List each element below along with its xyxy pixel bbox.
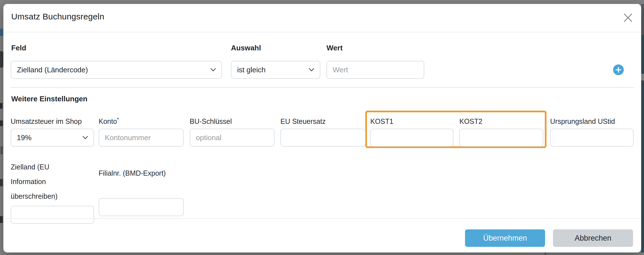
footer-divider <box>3 218 641 219</box>
field-column-label: Feld <box>11 44 26 52</box>
rule-operator-select-value: ist gleich <box>237 66 266 74</box>
field-konto: Konto* <box>99 117 184 147</box>
rule-operator-select[interactable]: ist gleich <box>231 61 320 79</box>
field-filialnr: Filialnr. (BMD-Export) <box>99 160 184 216</box>
close-button[interactable] <box>622 11 634 24</box>
background-page-fragment <box>0 51 3 68</box>
chevron-down-icon <box>210 68 216 71</box>
field-kost1: KOST1 <box>370 117 453 147</box>
umsatzsteuer-select-value: 19% <box>17 133 31 142</box>
umsatzsteuer-select[interactable]: 19% <box>11 129 94 147</box>
kost1-input[interactable] <box>370 129 453 147</box>
background-link-fragment <box>0 29 3 36</box>
filialnr-input[interactable] <box>99 198 184 216</box>
field-label: Zielland (EU Information überschreiben) <box>11 160 78 203</box>
field-zielland-eu: Zielland (EU Information überschreiben) <box>11 160 94 224</box>
eu-steuersatz-input[interactable] <box>280 129 366 147</box>
field-label: KOST1 <box>370 117 453 126</box>
background-page-fragment <box>0 216 3 223</box>
field-kost2: KOST2 <box>459 117 543 147</box>
dialog-header: Umsatz Buchungsregeln <box>3 4 641 32</box>
settings-heading: Weitere Einstellungen <box>11 95 87 103</box>
operator-column-label: Auswahl <box>231 44 261 52</box>
background-bottom-fragment <box>546 252 641 255</box>
field-ursprungsland: Ursprungsland UStid <box>550 117 634 147</box>
background-page-fragment <box>1 146 3 154</box>
ursprungsland-input[interactable] <box>550 129 634 147</box>
bu-schluessel-input[interactable] <box>190 129 275 147</box>
value-column-label: Wert <box>326 44 343 52</box>
konto-input[interactable] <box>99 129 184 147</box>
rule-field-select[interactable]: Zielland (Ländercode) <box>11 61 222 79</box>
field-label: Ursprungsland UStid <box>550 117 634 126</box>
field-label: EU Steuersatz <box>280 117 366 126</box>
field-label: KOST2 <box>459 117 543 126</box>
add-rule-button[interactable] <box>613 64 624 75</box>
background-page-fragment <box>0 179 3 186</box>
scrollbar-thumb <box>641 74 644 80</box>
field-label: Umsatzsteuer im Shop <box>11 117 94 126</box>
rule-field-select-value: Zielland (Ländercode) <box>17 66 88 74</box>
apply-button[interactable]: Übernehmen <box>465 229 545 247</box>
section-divider <box>11 87 634 88</box>
chevron-down-icon <box>309 68 314 71</box>
background-page-fragment <box>0 120 3 126</box>
dialog-title: Umsatz Buchungsregeln <box>11 12 104 21</box>
background-page-fragment <box>0 103 3 109</box>
kost2-input[interactable] <box>459 129 543 147</box>
background-right-edge-top <box>641 4 644 35</box>
field-umsatzsteuer: Umsatzsteuer im Shop 19% <box>11 117 94 147</box>
field-label: Filialnr. (BMD-Export) <box>99 169 184 178</box>
zielland-eu-input[interactable] <box>11 206 94 224</box>
field-eu-steuersatz: EU Steuersatz <box>280 117 366 147</box>
plus-icon <box>615 67 622 73</box>
field-bu-schluessel: BU-Schlüssel <box>190 117 275 147</box>
booking-rules-dialog: Umsatz Buchungsregeln Feld Auswahl Wert … <box>3 4 641 252</box>
required-mark: * <box>117 117 119 122</box>
chevron-down-icon <box>83 136 88 139</box>
close-icon <box>623 13 633 23</box>
cancel-button[interactable]: Abbrechen <box>553 229 633 247</box>
field-label: Konto* <box>99 117 184 126</box>
background-right-edge <box>641 4 644 252</box>
rule-value-input[interactable] <box>326 61 424 79</box>
field-label: BU-Schlüssel <box>190 117 275 126</box>
